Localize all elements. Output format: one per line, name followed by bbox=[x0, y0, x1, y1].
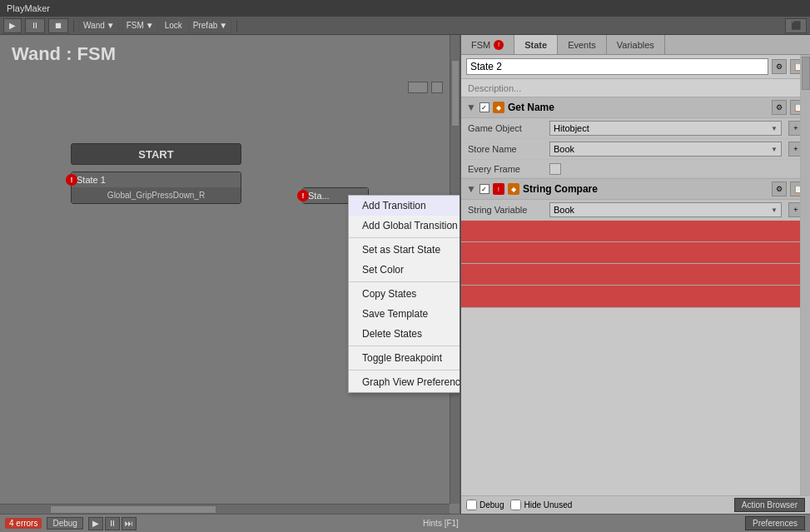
tab-fsm[interactable]: FSM ! bbox=[461, 35, 514, 54]
state1-label: State 1 bbox=[77, 175, 106, 185]
state-name-input[interactable] bbox=[466, 58, 768, 75]
ctx-delete-states[interactable]: Delete States bbox=[349, 324, 461, 344]
get-name-checkbox[interactable]: ✓ bbox=[480, 102, 489, 112]
get-name-header: ▼ ✓ ◆ Get Name ⚙ 📋 bbox=[461, 97, 810, 118]
ctx-add-transition[interactable]: Add Transition ▶ bbox=[349, 196, 461, 216]
stringvar-dropdown[interactable]: Book ▼ bbox=[549, 202, 782, 217]
play-button[interactable]: ▶ bbox=[3, 18, 22, 33]
ctx-divider2 bbox=[349, 281, 461, 282]
start-node-label: START bbox=[138, 148, 173, 161]
hints-text: Hints [F1] bbox=[423, 519, 459, 528]
start-node[interactable]: START bbox=[71, 143, 241, 165]
string-compare-icon: ◆ bbox=[508, 183, 519, 195]
state2-label: Sta... bbox=[308, 191, 330, 201]
h-scrollbar[interactable] bbox=[0, 504, 450, 514]
description-input[interactable] bbox=[461, 79, 810, 97]
right-scrollbar[interactable] bbox=[800, 55, 810, 495]
stringvar-value: Book ▼ bbox=[549, 202, 782, 217]
title-bar: PlayMaker bbox=[0, 0, 810, 17]
ctx-save-template[interactable]: Save Template bbox=[349, 304, 461, 324]
get-name-icon: ◆ bbox=[493, 102, 504, 113]
gameobject-label: Game Object bbox=[468, 123, 543, 133]
get-name-gameobject-row: Game Object Hitobject ▼ + bbox=[461, 118, 810, 139]
app-title: PlayMaker bbox=[7, 3, 50, 13]
h-scroll-thumb[interactable] bbox=[50, 505, 216, 514]
string-compare-block: ▼ ✓ ! ◆ String Compare ⚙ 📋 String Variab… bbox=[461, 179, 810, 308]
string-compare-row3 bbox=[461, 242, 810, 264]
state1-node[interactable]: ! State 1 Global_GripPressDown_R bbox=[71, 172, 241, 204]
lock-label: Lock bbox=[162, 21, 186, 30]
ctx-divider3 bbox=[349, 346, 461, 346]
action-browser-btn[interactable]: Action Browser bbox=[734, 498, 805, 512]
string-compare-collapse[interactable]: ▼ bbox=[466, 183, 476, 195]
stringvar-label: String Variable bbox=[468, 205, 543, 215]
main-area: Wand : FSM START ! State 1 Global_GripPr… bbox=[0, 35, 810, 514]
hide-unused-checkbox[interactable] bbox=[510, 500, 521, 510]
ctx-divider4 bbox=[349, 370, 461, 370]
right-panel: FSM ! State Events Variables ⚙ 📋 bbox=[461, 35, 810, 514]
sep1 bbox=[73, 20, 74, 32]
transport-play[interactable]: ▶ bbox=[88, 517, 103, 530]
everyframe-checkbox[interactable] bbox=[549, 163, 561, 175]
state1-body: Global_GripPressDown_R bbox=[72, 187, 241, 203]
transport-pause[interactable]: ⏸ bbox=[105, 517, 120, 530]
sep2 bbox=[236, 20, 237, 32]
ctx-toggle-breakpoint[interactable]: Toggle Breakpoint bbox=[349, 348, 461, 368]
string-compare-title: String Compare bbox=[523, 183, 768, 195]
actions-area: ▼ ✓ ◆ Get Name ⚙ 📋 Game Object Hitobject… bbox=[461, 97, 810, 495]
collapse-button[interactable]: ⬛ bbox=[785, 18, 807, 33]
stop-button[interactable]: ⏹ bbox=[48, 18, 68, 33]
debug-bar: Debug Hide Unused Action Browser bbox=[461, 495, 810, 514]
tab-events[interactable]: Events bbox=[558, 35, 607, 54]
hide-unused-label: Hide Unused bbox=[510, 500, 572, 510]
string-compare-header: ▼ ✓ ! ◆ String Compare ⚙ 📋 bbox=[461, 179, 810, 200]
string-compare-row4 bbox=[461, 264, 810, 286]
ctx-add-global-transition[interactable]: Add Global Transition ▶ bbox=[349, 216, 461, 236]
pause-button[interactable]: ⏸ bbox=[25, 18, 45, 33]
string-compare-var-row: String Variable Book ▼ + bbox=[461, 200, 810, 221]
string-compare-row5 bbox=[461, 286, 810, 307]
tab-variables[interactable]: Variables bbox=[607, 35, 665, 54]
error-count-badge[interactable]: 4 errors bbox=[5, 518, 42, 529]
state1-error-badge: ! bbox=[66, 174, 77, 186]
bottom-left: 4 errors Debug ▶ ⏸ ⏭ bbox=[5, 517, 137, 530]
state2-error-badge: ! bbox=[297, 190, 309, 201]
context-menu: Add Transition ▶ Add Global Transition ▶… bbox=[348, 195, 461, 393]
wand-dropdown[interactable]: Wand ▼ bbox=[79, 18, 119, 33]
debug-button[interactable]: Debug bbox=[47, 517, 82, 530]
get-name-settings[interactable]: ⚙ bbox=[772, 100, 787, 115]
get-name-storename-row: Store Name Book ▼ + bbox=[461, 139, 810, 160]
prefab-dropdown[interactable]: Prefab ▼ bbox=[189, 18, 231, 33]
preferences-button[interactable]: Preferences bbox=[745, 516, 805, 530]
debug-label: Debug bbox=[466, 500, 504, 510]
v-scroll-thumb[interactable] bbox=[451, 60, 460, 127]
fsm-dropdown[interactable]: FSM ▼ bbox=[122, 18, 158, 33]
ctx-graph-view-prefs[interactable]: Graph View Preferences bbox=[349, 372, 461, 392]
get-name-block: ▼ ✓ ◆ Get Name ⚙ 📋 Game Object Hitobject… bbox=[461, 97, 810, 179]
get-name-title: Get Name bbox=[508, 102, 768, 113]
transport-controls: ▶ ⏸ ⏭ bbox=[88, 517, 137, 530]
ctx-set-color[interactable]: Set Color ▶ bbox=[349, 260, 461, 280]
string-compare-checkbox[interactable]: ✓ bbox=[480, 184, 489, 194]
bottom-bar: 4 errors Debug ▶ ⏸ ⏭ Hints [F1] Preferen… bbox=[0, 514, 810, 532]
storename-dropdown[interactable]: Book ▼ bbox=[549, 142, 782, 157]
ctx-set-start-state[interactable]: Set as Start State bbox=[349, 240, 461, 260]
state-settings-btn[interactable]: ⚙ bbox=[772, 59, 787, 74]
tab-state[interactable]: State bbox=[514, 35, 558, 54]
fsm-canvas[interactable]: Wand : FSM START ! State 1 Global_GripPr… bbox=[0, 35, 461, 514]
storename-label: Store Name bbox=[468, 144, 543, 154]
gameobject-dropdown[interactable]: Hitobject ▼ bbox=[549, 121, 782, 136]
ctx-copy-states[interactable]: Copy States Ctrl+C bbox=[349, 284, 461, 304]
bottom-right: Preferences bbox=[745, 516, 805, 530]
state-name-bar: ⚙ 📋 bbox=[461, 55, 810, 79]
gameobject-value: Hitobject ▼ bbox=[549, 121, 782, 136]
string-compare-settings[interactable]: ⚙ bbox=[772, 181, 787, 196]
debug-checkbox[interactable] bbox=[466, 500, 477, 510]
transport-step[interactable]: ⏭ bbox=[122, 517, 137, 530]
state1-header: ! State 1 bbox=[72, 172, 241, 187]
string-compare-row2 bbox=[461, 221, 810, 242]
storename-value: Book ▼ bbox=[549, 142, 782, 157]
ctx-divider1 bbox=[349, 237, 461, 238]
get-name-collapse[interactable]: ▼ bbox=[466, 102, 476, 113]
right-scroll-thumb[interactable] bbox=[802, 57, 810, 90]
